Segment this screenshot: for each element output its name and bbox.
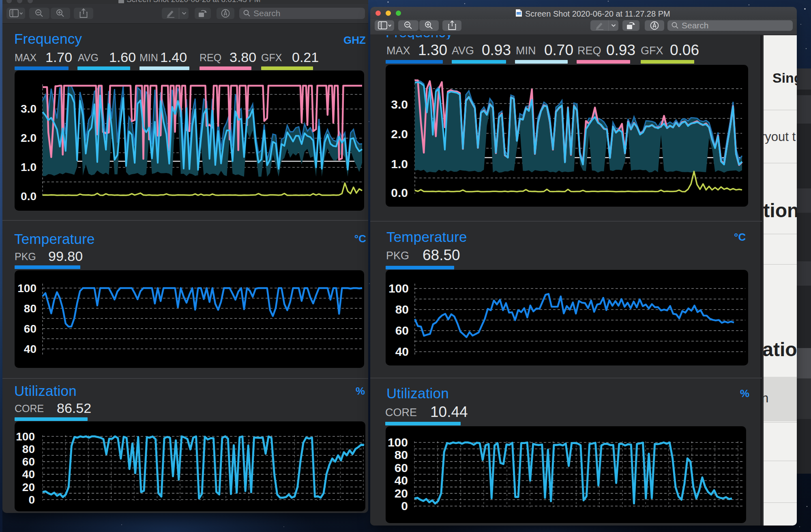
svg-text:80: 80 [395, 303, 409, 316]
svg-text:2.0: 2.0 [391, 127, 408, 141]
svg-text:0: 0 [401, 499, 408, 513]
svg-text:20: 20 [22, 481, 35, 494]
svg-text:2.0: 2.0 [21, 132, 36, 144]
svg-text:1.0: 1.0 [21, 161, 36, 173]
svg-text:0.0: 0.0 [391, 186, 408, 199]
svg-text:60: 60 [395, 324, 409, 337]
svg-text:60: 60 [395, 461, 408, 474]
svg-text:100: 100 [17, 282, 36, 295]
svg-text:60: 60 [24, 323, 36, 335]
svg-text:40: 40 [24, 343, 36, 355]
svg-text:1.0: 1.0 [391, 157, 408, 171]
svg-text:60: 60 [22, 455, 35, 468]
svg-text:100: 100 [388, 436, 408, 449]
svg-text:40: 40 [395, 345, 409, 358]
svg-text:3.0: 3.0 [391, 98, 408, 111]
svg-text:3.0: 3.0 [21, 103, 36, 115]
svg-text:100: 100 [16, 430, 35, 443]
svg-text:40: 40 [22, 468, 35, 481]
svg-text:80: 80 [22, 443, 35, 455]
svg-text:0: 0 [28, 494, 35, 506]
svg-text:40: 40 [395, 474, 408, 487]
svg-text:80: 80 [24, 302, 36, 315]
svg-text:0.0: 0.0 [21, 190, 36, 203]
svg-text:100: 100 [388, 282, 409, 295]
svg-text:80: 80 [395, 448, 408, 461]
svg-text:20: 20 [395, 487, 408, 500]
